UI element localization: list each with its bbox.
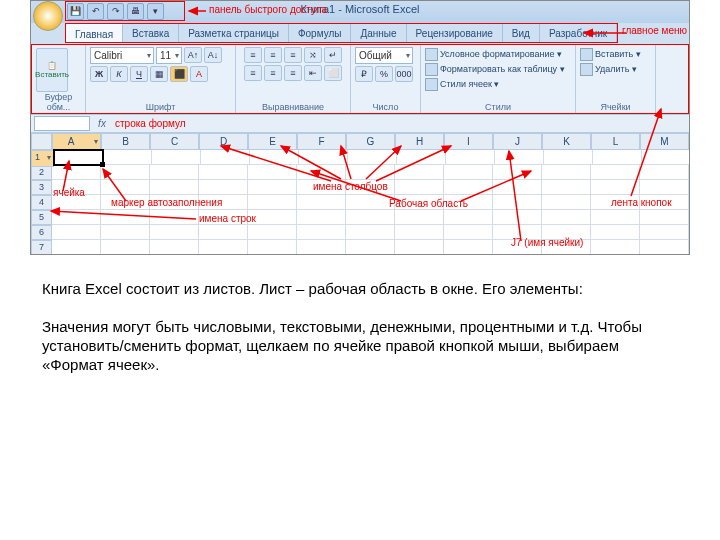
cell[interactable] — [395, 210, 444, 225]
font-color-icon[interactable]: A — [190, 66, 208, 82]
cell[interactable] — [199, 240, 248, 255]
cell[interactable] — [101, 180, 150, 195]
cell[interactable] — [248, 195, 297, 210]
cell[interactable] — [248, 240, 297, 255]
bold-icon[interactable]: Ж — [90, 66, 108, 82]
cell[interactable] — [346, 210, 395, 225]
cell[interactable] — [346, 165, 395, 180]
cell[interactable] — [493, 210, 542, 225]
cell[interactable] — [297, 180, 346, 195]
cell[interactable] — [544, 150, 593, 165]
row-header[interactable]: 4 — [31, 195, 52, 210]
col-header[interactable]: M — [640, 133, 689, 150]
cell[interactable] — [591, 210, 640, 225]
cell[interactable] — [640, 225, 689, 240]
cell[interactable] — [152, 150, 201, 165]
cell[interactable] — [640, 165, 689, 180]
tab-developer[interactable]: Разработчик — [540, 24, 617, 42]
col-header[interactable]: D — [199, 133, 248, 150]
cell[interactable] — [297, 195, 346, 210]
align-top-icon[interactable]: ≡ — [244, 47, 262, 63]
fx-icon[interactable]: fx — [93, 118, 111, 129]
cell[interactable] — [542, 210, 591, 225]
cell[interactable] — [52, 165, 101, 180]
tab-formulas[interactable]: Формулы — [289, 24, 352, 42]
cell[interactable] — [640, 210, 689, 225]
cell[interactable] — [444, 210, 493, 225]
cell[interactable] — [542, 195, 591, 210]
cell[interactable] — [297, 225, 346, 240]
cell[interactable] — [297, 240, 346, 255]
cell[interactable] — [346, 240, 395, 255]
font-name-select[interactable]: Calibri — [90, 47, 154, 64]
cell[interactable] — [297, 165, 346, 180]
cell[interactable] — [150, 210, 199, 225]
cell[interactable] — [199, 210, 248, 225]
cell[interactable] — [52, 225, 101, 240]
tab-insert[interactable]: Вставка — [123, 24, 179, 42]
tab-home[interactable]: Главная — [66, 24, 123, 42]
number-format-select[interactable]: Общий — [355, 47, 413, 64]
cell[interactable] — [346, 180, 395, 195]
row-header[interactable]: 7 — [31, 240, 52, 255]
merge-icon[interactable]: ⬜ — [324, 65, 342, 81]
cell[interactable] — [640, 195, 689, 210]
font-size-select[interactable]: 11 — [156, 47, 182, 64]
cell[interactable] — [199, 180, 248, 195]
cell[interactable] — [248, 210, 297, 225]
cell[interactable] — [248, 165, 297, 180]
cell-a1[interactable] — [54, 150, 103, 165]
cell[interactable] — [199, 195, 248, 210]
cell[interactable] — [495, 150, 544, 165]
name-box[interactable] — [34, 116, 90, 131]
cell[interactable] — [493, 165, 542, 180]
row-header[interactable]: 5 — [31, 210, 52, 225]
cell[interactable] — [593, 150, 642, 165]
percent-icon[interactable]: % — [375, 66, 393, 82]
cell[interactable] — [493, 180, 542, 195]
col-header[interactable]: G — [346, 133, 395, 150]
cell[interactable] — [297, 210, 346, 225]
cell[interactable] — [591, 225, 640, 240]
tab-view[interactable]: Вид — [503, 24, 540, 42]
cell[interactable] — [395, 165, 444, 180]
cell[interactable] — [640, 240, 689, 255]
row-header[interactable]: 1 — [31, 150, 54, 167]
cell[interactable] — [444, 195, 493, 210]
cell[interactable] — [150, 195, 199, 210]
cell[interactable] — [101, 165, 150, 180]
cell[interactable] — [199, 165, 248, 180]
row-header[interactable]: 6 — [31, 225, 52, 240]
tab-review[interactable]: Рецензирование — [407, 24, 503, 42]
cell[interactable] — [444, 165, 493, 180]
cell[interactable] — [542, 240, 591, 255]
tab-data[interactable]: Данные — [351, 24, 406, 42]
cell[interactable] — [395, 195, 444, 210]
cell[interactable] — [591, 195, 640, 210]
tab-page-layout[interactable]: Разметка страницы — [179, 24, 289, 42]
col-header[interactable]: A — [52, 133, 101, 150]
cell[interactable] — [150, 240, 199, 255]
cell[interactable] — [591, 180, 640, 195]
align-middle-icon[interactable]: ≡ — [264, 47, 282, 63]
row-header[interactable]: 2 — [31, 165, 52, 180]
cell[interactable] — [248, 180, 297, 195]
cell[interactable] — [101, 210, 150, 225]
italic-icon[interactable]: К — [110, 66, 128, 82]
align-center-icon[interactable]: ≡ — [264, 65, 282, 81]
cell[interactable] — [542, 180, 591, 195]
cell[interactable] — [640, 180, 689, 195]
cell[interactable] — [101, 225, 150, 240]
cell[interactable] — [397, 150, 446, 165]
cell[interactable] — [52, 210, 101, 225]
cell[interactable] — [444, 240, 493, 255]
cell[interactable] — [444, 180, 493, 195]
cell[interactable] — [542, 225, 591, 240]
cell[interactable] — [201, 150, 250, 165]
select-all-corner[interactable] — [31, 133, 52, 150]
wrap-text-icon[interactable]: ↵ — [324, 47, 342, 63]
col-header[interactable]: I — [444, 133, 493, 150]
shrink-font-icon[interactable]: A↓ — [204, 47, 222, 63]
delete-cells-button[interactable]: Удалить ▾ — [580, 62, 637, 76]
align-bottom-icon[interactable]: ≡ — [284, 47, 302, 63]
